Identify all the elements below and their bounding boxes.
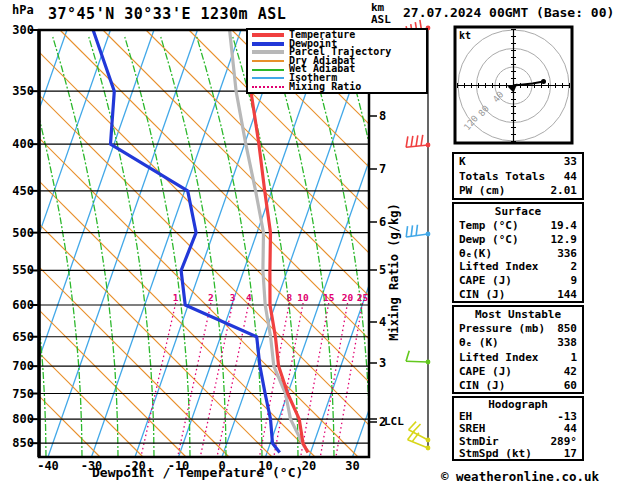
km-tick-label: 2 bbox=[379, 415, 386, 429]
panel-row: SREH44 bbox=[459, 423, 577, 435]
panel-row-label: StmSpd (kt) bbox=[459, 448, 532, 460]
panel-row-value: 850 bbox=[557, 322, 577, 336]
panel-row: θₑ (K)338 bbox=[459, 336, 577, 350]
km-tick-label: 6 bbox=[379, 215, 386, 229]
panel-row-value: 1 bbox=[570, 351, 577, 365]
panel-row: θₑ(K)336 bbox=[459, 247, 577, 261]
panel-row: Temp (°C)19.4 bbox=[459, 219, 577, 233]
wind-barb bbox=[406, 225, 430, 237]
km-tick-label: 3 bbox=[379, 356, 386, 370]
panel-row-value: 9 bbox=[570, 274, 577, 288]
pressure-axis-unit: hPa bbox=[12, 3, 34, 17]
legend-swatch-thick bbox=[252, 50, 284, 54]
temp-tick-label: 0 bbox=[200, 459, 244, 473]
panel-header: Surface bbox=[459, 205, 577, 219]
panel-row-value: 42 bbox=[564, 365, 577, 379]
km-tick-label: 4 bbox=[379, 315, 386, 329]
mixing-ratio-value: 1 bbox=[173, 292, 179, 303]
panel-row: CAPE (J)9 bbox=[459, 274, 577, 288]
panel-row-label: Lifted Index bbox=[459, 260, 538, 274]
legend-swatch-thin bbox=[252, 60, 284, 62]
panel-row: Pressure (mb)850 bbox=[459, 322, 577, 336]
km-tick-label: 7 bbox=[379, 162, 386, 176]
panel-row-label: θₑ(K) bbox=[459, 247, 492, 261]
panel-row-label: θₑ (K) bbox=[459, 336, 499, 350]
info-panel-surface: SurfaceTemp (°C)19.4Dewp (°C)12.9θₑ(K)33… bbox=[452, 202, 584, 303]
panel-row-label: Temp (°C) bbox=[459, 219, 519, 233]
panel-row-label: Pressure (mb) bbox=[459, 322, 545, 336]
temp-tick-label: -20 bbox=[113, 459, 157, 473]
pressure-tick-label: 300 bbox=[0, 23, 34, 37]
panel-row-label: CAPE (J) bbox=[459, 274, 512, 288]
pressure-tick-label: 350 bbox=[0, 84, 34, 98]
mixing-ratio-value: 10 bbox=[297, 292, 308, 303]
temp-tick-label: -10 bbox=[157, 459, 201, 473]
panel-row-value: 17 bbox=[564, 448, 577, 460]
pressure-tick-label: 450 bbox=[0, 184, 34, 198]
info-panel-indices: K33Totals Totals44PW (cm)2.01 bbox=[452, 152, 584, 200]
hodograph: 4080120 bbox=[455, 27, 572, 143]
panel-row: StmDir289° bbox=[459, 436, 577, 448]
chart-legend: TemperatureDewpointParcel TrajectoryDry … bbox=[246, 28, 428, 94]
pressure-tick-label: 750 bbox=[0, 387, 34, 401]
lcl-label: LCL bbox=[384, 415, 404, 428]
pressure-tick-label: 850 bbox=[0, 436, 34, 450]
panel-row: Dewp (°C)12.9 bbox=[459, 233, 577, 247]
mixing-ratio-line bbox=[141, 303, 176, 457]
panel-row-label: SREH bbox=[459, 423, 486, 435]
temp-tick-label: -30 bbox=[70, 459, 114, 473]
temp-tick-label: 10 bbox=[244, 459, 288, 473]
pressure-tick-label: 800 bbox=[0, 412, 34, 426]
km-axis-unit: km ASL bbox=[371, 2, 391, 26]
panel-row-value: 289° bbox=[551, 436, 578, 448]
panel-row-value: 19.4 bbox=[551, 219, 578, 233]
mixing-ratio-value: 15 bbox=[323, 292, 334, 303]
panel-row-value: 60 bbox=[564, 379, 577, 393]
panel-row: CAPE (J)42 bbox=[459, 365, 577, 379]
panel-row: K33 bbox=[459, 155, 577, 170]
panel-row: Lifted Index2 bbox=[459, 260, 577, 274]
panel-row-label: PW (cm) bbox=[459, 184, 505, 199]
mixing-ratio-value: 2 bbox=[208, 292, 214, 303]
wind-barb bbox=[409, 422, 431, 443]
pressure-tick-label: 650 bbox=[0, 330, 34, 344]
pressure-tick-label: 550 bbox=[0, 263, 34, 277]
legend-swatch-thick bbox=[252, 42, 284, 46]
info-panel-most-unstable: Most UnstablePressure (mb)850θₑ (K)338Li… bbox=[452, 305, 584, 394]
pressure-tick-label: 400 bbox=[0, 137, 34, 151]
panel-row-value: 336 bbox=[557, 247, 577, 261]
legend-item: Mixing Ratio bbox=[252, 83, 426, 92]
panel-row: Totals Totals44 bbox=[459, 170, 577, 185]
temp-tick-label: 20 bbox=[287, 459, 331, 473]
panel-header: Most Unstable bbox=[459, 308, 577, 322]
panel-row: CIN (J)144 bbox=[459, 288, 577, 302]
legend-item: Temperature bbox=[252, 31, 426, 40]
hodograph-unit-label: kt bbox=[459, 30, 471, 41]
panel-row-label: StmDir bbox=[459, 436, 499, 448]
mixing-ratio-axis-label: Mixing Ratio (g/kg) bbox=[387, 203, 401, 340]
temp-tick-label: 30 bbox=[331, 459, 375, 473]
legend-swatch-thin bbox=[252, 77, 284, 79]
panel-row-value: 44 bbox=[564, 423, 577, 435]
km-tick-label: 8 bbox=[379, 109, 386, 123]
panel-row-value: 44 bbox=[564, 170, 577, 185]
panel-row-value: 144 bbox=[557, 288, 577, 302]
panel-row-value: 12.9 bbox=[551, 233, 578, 247]
mixing-ratio-value: 3 bbox=[230, 292, 236, 303]
pressure-tick-label: 500 bbox=[0, 226, 34, 240]
panel-row-label: CIN (J) bbox=[459, 379, 505, 393]
wind-barb bbox=[406, 135, 430, 148]
sounding-screenshot: { "header": { "title": "37°45'N 30°33'E … bbox=[0, 0, 629, 486]
panel-row-label: Totals Totals bbox=[459, 170, 545, 185]
legend-swatch-thick bbox=[252, 33, 284, 37]
panel-row-label: Lifted Index bbox=[459, 351, 538, 365]
panel-row-label: Dewp (°C) bbox=[459, 233, 519, 247]
panel-row-label: CAPE (J) bbox=[459, 365, 512, 379]
panel-row: Lifted Index1 bbox=[459, 351, 577, 365]
panel-row-label: K bbox=[459, 155, 466, 170]
pressure-tick-label: 700 bbox=[0, 359, 34, 373]
mixing-ratio-value: 25 bbox=[357, 292, 368, 303]
km-tick-label: 5 bbox=[379, 263, 386, 277]
panel-row: PW (cm)2.01 bbox=[459, 184, 577, 199]
mixing-ratio-line bbox=[336, 303, 363, 457]
